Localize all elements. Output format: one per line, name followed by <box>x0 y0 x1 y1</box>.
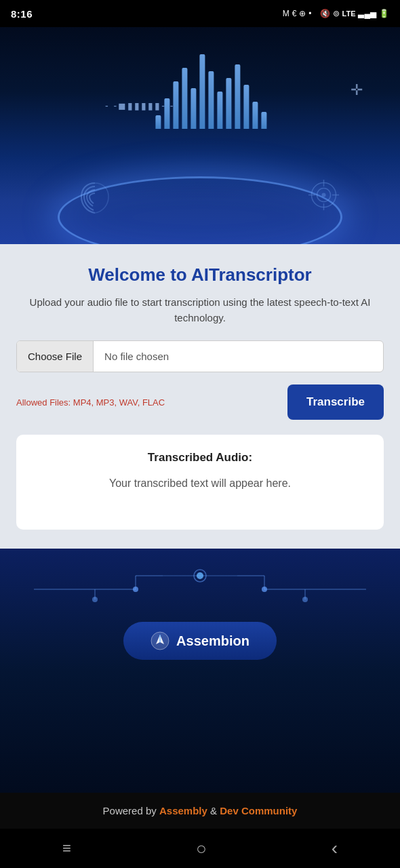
eq-bar-6 <box>199 54 205 129</box>
eq-bar-1 <box>155 115 161 129</box>
eq-bar-13 <box>261 112 266 129</box>
dot-icon: • <box>308 9 311 18</box>
eq-bar-3 <box>173 81 178 129</box>
svg-point-16 <box>197 572 203 579</box>
assembion-logo-icon <box>151 631 169 650</box>
hero-background: ✛ - -◼▮▮▮▮▮- - <box>0 27 400 244</box>
eq-bar-2 <box>164 98 169 129</box>
powered-by-text: Powered by <box>103 805 159 816</box>
carrier-e-icon: € <box>292 9 297 18</box>
eq-bar-9 <box>226 78 231 129</box>
navigation-bar: ≡ ○ ‹ <box>0 829 400 868</box>
eq-bar-11 <box>243 85 249 129</box>
circuit-decoration <box>0 562 400 616</box>
powered-by-footer: Powered by Assembly & Dev Community <box>0 793 400 829</box>
lte-icon: LTE <box>342 9 356 18</box>
signal-ring-icon: ⊚ <box>333 9 340 18</box>
eq-bar-5 <box>191 88 196 129</box>
eq-bar-12 <box>252 102 258 129</box>
crosshair-icon: ✛ <box>351 81 363 99</box>
no-file-label: No file chosen <box>94 341 383 372</box>
eq-bar-10 <box>235 64 240 129</box>
eq-bar-4 <box>182 68 187 129</box>
main-card: Welcome to AITranscriptor Upload your au… <box>0 244 400 549</box>
svg-point-14 <box>133 587 138 592</box>
nav-home-icon[interactable]: ○ <box>196 838 207 859</box>
transcription-title: Transcribed Audio: <box>30 451 370 465</box>
eq-bar-7 <box>208 71 214 129</box>
and-text: & <box>207 805 220 816</box>
status-bar: 8:16 M € ⊕ • 🔇 ⊚ LTE ▃▄▅ 🔋 <box>0 0 400 27</box>
svg-point-2 <box>322 193 326 197</box>
signal-bars-icon: ▃▄▅ <box>358 9 376 18</box>
nav-menu-icon[interactable]: ≡ <box>62 840 71 857</box>
choose-file-button[interactable]: Choose File <box>17 341 94 372</box>
status-time: 8:16 <box>11 8 33 20</box>
equalizer-visualization <box>155 68 266 129</box>
dev-community-link[interactable]: Dev Community <box>220 805 297 816</box>
transcription-output-box: Transcribed Audio: Your transcribed text… <box>16 435 384 530</box>
fingerprint-icon <box>75 176 115 217</box>
app-subtitle: Upload your audio file to start transcri… <box>16 295 384 326</box>
assembion-label: Assembion <box>176 633 249 649</box>
carrier-m-icon: M <box>283 9 289 18</box>
assembly-link[interactable]: Assembly <box>159 805 207 816</box>
nav-back-icon[interactable]: ‹ <box>332 837 338 859</box>
pinterest-icon: ⊕ <box>299 9 306 18</box>
eq-bar-8 <box>217 92 222 129</box>
app-title: Welcome to AITranscriptor <box>16 264 384 285</box>
transcribe-button[interactable]: Transcribe <box>287 384 384 420</box>
battery-icon: 🔋 <box>379 9 389 18</box>
assembion-button[interactable]: Assembion <box>123 622 277 660</box>
status-icons: M € ⊕ • 🔇 ⊚ LTE ▃▄▅ 🔋 <box>283 9 389 18</box>
allowed-files-text: Allowed Files: MP4, MP3, WAV, FLAC <box>16 397 279 408</box>
transcription-placeholder-text: Your transcribed text will appear here. <box>30 475 370 492</box>
action-row: Allowed Files: MP4, MP3, WAV, FLAC Trans… <box>16 384 384 420</box>
mute-icon: 🔇 <box>320 9 330 18</box>
scope-icon <box>308 180 339 210</box>
file-input-wrapper[interactable]: Choose File No file chosen <box>16 340 384 372</box>
tech-section: Assembion <box>0 549 400 793</box>
svg-point-15 <box>262 587 267 592</box>
